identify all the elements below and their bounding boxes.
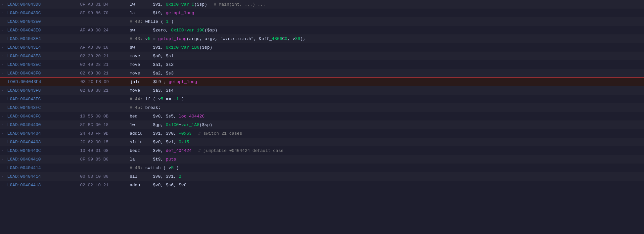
operands: $v0, $v1, 0x15 (150, 140, 189, 145)
code-line-line10[interactable]: LOAD:004043F403 20 F8 09jalr$t9 ; getopt… (0, 77, 644, 86)
code-line-line4[interactable]: ·LOAD:004043E0AF A0 00 24sw$zero, 0x1C0+… (0, 26, 644, 34)
mnemonic: beqz (123, 148, 150, 153)
dot-marker: · (1, 63, 7, 67)
mnemonic: beq (123, 114, 150, 119)
mnemonic: sw (123, 28, 150, 33)
code-line-line15[interactable]: ·LOAD:004044008F BC 00 18lw$gp, 0x1C0+va… (0, 120, 644, 129)
code-view: ·LOAD:004043D88F A3 01 B4lw$v1, 0x1C0+va… (0, 0, 644, 189)
comment: # switch 21 cases (192, 131, 242, 136)
address: LOAD:004043F8 (7, 88, 80, 93)
operands: $a2, $s3 (150, 71, 173, 76)
mnemonic: addu (123, 183, 150, 188)
address: LOAD:004043EC (7, 62, 80, 67)
operands: $zero, 0x1C0+var_19C($sp) (150, 28, 217, 33)
address: LOAD:004043E4 (7, 36, 80, 41)
bytes: 03 20 F8 09 (80, 79, 123, 84)
bytes: 10 55 00 0B (80, 114, 123, 119)
mnemonic: sll (123, 174, 150, 179)
pseudo-comment: # 45: break; (130, 105, 328, 110)
code-line-line13[interactable]: LOAD:004043FC# 45: break; (0, 103, 644, 112)
bytes: 00 03 10 80 (80, 174, 123, 179)
bytes: 8F 99 85 B0 (80, 157, 123, 162)
mnemonic: sltiu (123, 140, 150, 145)
address: LOAD:004043F4 (8, 79, 80, 84)
code-line-line21[interactable]: ·LOAD:0040441400 03 10 80sll$v0, $v1, 2 (0, 172, 644, 181)
bytes: AF A0 00 24 (80, 28, 123, 33)
operands: $v0, $v1, 2 (150, 174, 181, 179)
dot-marker: · (1, 183, 7, 187)
bytes: 02 80 38 21 (80, 88, 123, 93)
dot-marker: · (1, 115, 7, 118)
operands: $v1, 0x1C0+var_1B0($sp) (150, 45, 212, 50)
address: LOAD:00404414 (7, 174, 80, 179)
mnemonic: move (123, 54, 150, 59)
code-line-line18[interactable]: ·LOAD:0040440C10 40 01 68beqz$v0, def_40… (0, 146, 644, 155)
pseudo-comment: # 46: switch ( v5 ) (130, 165, 328, 170)
operands: $gp, 0x1C0+var_1A8($sp) (150, 122, 212, 127)
code-line-line2[interactable]: ·LOAD:004043DC8F 99 86 70la$t9, getopt_l… (0, 9, 644, 17)
address: LOAD:004043E0 (7, 28, 80, 33)
code-line-line5[interactable]: LOAD:004043E4# 43: v5 = getopt_long(argc… (0, 34, 644, 43)
mnemonic: jalr (123, 79, 150, 84)
code-line-line1[interactable]: ·LOAD:004043D88F A3 01 B4lw$v1, 0x1C0+va… (0, 0, 644, 9)
mnemonic: move (123, 62, 150, 67)
code-line-line16[interactable]: ·LOAD:0040440424 43 FF 9Daddiu$v1, $v0, … (0, 129, 644, 138)
mnemonic: la (123, 157, 150, 162)
address: LOAD:00404408 (7, 140, 80, 145)
mnemonic: lw (123, 122, 150, 127)
bytes: 02 40 28 21 (80, 62, 123, 67)
operands: $t9, puts (150, 157, 176, 162)
comment: # Main(int, ...) ... (207, 2, 265, 7)
code-line-line19[interactable]: ·LOAD:004044108F 99 85 B0la$t9, puts (0, 155, 644, 164)
code-line-line3[interactable]: LOAD:004043E0# 40: while ( 1 ) (0, 17, 644, 26)
operands: $a1, $s2 (150, 62, 173, 67)
dot-marker: · (1, 54, 7, 58)
dot-marker: · (1, 46, 7, 49)
address: LOAD:004043E8 (7, 54, 80, 59)
mnemonic: lw (123, 2, 150, 7)
operands: $v1, 0x1C0+var_C($sp) (150, 2, 207, 7)
pseudo-comment: # 43: v5 = getopt_long(argc, argv, "w:e:… (130, 36, 328, 41)
operands: $a3, $s4 (150, 88, 173, 93)
code-line-line14[interactable]: ·LOAD:004043FC10 55 00 0Bbeq$v0, $s5, lo… (0, 112, 644, 120)
address: LOAD:004043FC (7, 105, 80, 110)
code-line-line11[interactable]: ·LOAD:004043F802 80 38 21move$a3, $s4 (0, 86, 644, 95)
dot-marker: · (1, 140, 7, 144)
address: LOAD:004043E4 (7, 45, 80, 50)
operands: $a0, $s1 (150, 54, 173, 59)
mnemonic: sw (123, 45, 150, 50)
dot-marker: · (1, 123, 7, 127)
address: LOAD:004043FC (7, 114, 80, 119)
address: LOAD:00404404 (7, 131, 80, 136)
operands: $t9, getopt_long (150, 11, 194, 16)
address: LOAD:004043FC (7, 97, 80, 102)
dot-marker: · (1, 11, 7, 15)
code-line-line6[interactable]: ·LOAD:004043E4AF A3 00 10sw$v1, 0x1C0+va… (0, 43, 644, 52)
comment: # jumptable 00404424 default case (192, 148, 283, 153)
code-line-line7[interactable]: ·LOAD:004043E802 20 20 21move$a0, $s1 (0, 52, 644, 60)
address: LOAD:004043F0 (7, 71, 80, 76)
bytes: 8F 99 86 70 (80, 11, 123, 16)
mnemonic: la (123, 11, 150, 16)
dot-marker: · (1, 71, 7, 75)
code-line-line9[interactable]: ·LOAD:004043F002 60 30 21move$a2, $s3 (0, 69, 644, 77)
dot-marker: · (1, 149, 7, 153)
code-line-line17[interactable]: ·LOAD:004044082C 62 00 15sltiu$v0, $v1, … (0, 138, 644, 146)
code-line-line22[interactable]: ·LOAD:0040441802 C2 10 21addu$v0, $s6, $… (0, 181, 644, 189)
operands: $v1, $v0, -0x63 (150, 131, 192, 136)
operands: $t9 ; getopt_long (150, 79, 197, 84)
code-line-line20[interactable]: LOAD:00404414# 46: switch ( v5 ) (0, 164, 644, 172)
bytes: 8F BC 00 18 (80, 122, 123, 127)
pseudo-comment: # 40: while ( 1 ) (130, 19, 328, 24)
dot-marker: · (1, 89, 7, 92)
code-line-line12[interactable]: LOAD:004043FC# 44: if ( v5 == -1 ) (0, 95, 644, 103)
operands: $v0, def_404424 (150, 148, 192, 153)
bytes: 8F A3 01 B4 (80, 2, 123, 7)
operands: $v0, $s5, loc_40442C (150, 114, 205, 119)
bytes: 2C 62 00 15 (80, 140, 123, 145)
address: LOAD:00404400 (7, 122, 80, 127)
address: LOAD:004043DC (7, 11, 80, 16)
address: LOAD:00404410 (7, 157, 80, 162)
code-line-line8[interactable]: ·LOAD:004043EC02 40 28 21move$a1, $s2 (0, 60, 644, 69)
address: LOAD:00404418 (7, 183, 80, 188)
